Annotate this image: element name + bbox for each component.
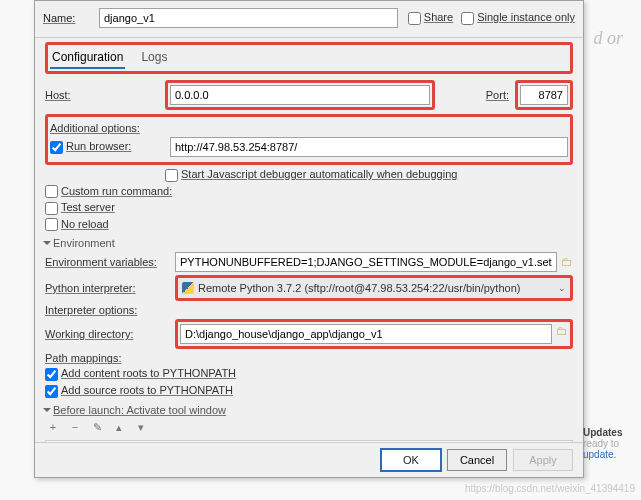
environment-section-title[interactable]: Environment: [45, 237, 573, 249]
single-instance-label[interactable]: Single instance only: [461, 11, 575, 25]
background-text: d or: [593, 28, 623, 49]
working-dir-label: Working directory:: [45, 328, 175, 340]
move-up-button[interactable]: ▴: [111, 420, 127, 436]
no-reload-checkbox[interactable]: [45, 218, 58, 231]
browse-icon[interactable]: 🗀: [561, 255, 573, 269]
share-checkbox-label[interactable]: Share: [408, 11, 453, 25]
chevron-down-icon[interactable]: ⌄: [558, 283, 566, 293]
js-debugger-checkbox[interactable]: [165, 169, 178, 182]
js-debugger-label[interactable]: Start Javascript debugger automatically …: [165, 168, 457, 182]
interpreter-select[interactable]: Remote Python 3.7.2 (sftp://root@47.98.5…: [198, 282, 558, 294]
port-label: Port:: [486, 89, 509, 101]
name-input[interactable]: [99, 8, 398, 28]
dialog-footer: OK Cancel Apply: [35, 442, 583, 477]
share-checkbox[interactable]: [408, 12, 421, 25]
add-content-roots-checkbox[interactable]: [45, 368, 58, 381]
working-dir-input[interactable]: [180, 324, 552, 344]
custom-run-checkbox[interactable]: [45, 185, 58, 198]
remove-task-button[interactable]: −: [67, 420, 83, 436]
run-browser-checkbox[interactable]: [50, 141, 63, 154]
add-content-roots-label[interactable]: Add content roots to PYTHONPATH: [45, 367, 236, 381]
ok-button[interactable]: OK: [381, 449, 441, 471]
path-mappings-label: Path mappings:: [45, 352, 175, 364]
tab-bar: Configuration Logs: [45, 42, 573, 74]
custom-run-label[interactable]: Custom run command:: [45, 185, 185, 199]
add-task-button[interactable]: +: [45, 420, 61, 436]
run-browser-label[interactable]: Run browser:: [50, 140, 170, 154]
test-server-checkbox[interactable]: [45, 202, 58, 215]
cancel-button[interactable]: Cancel: [447, 449, 507, 471]
port-input[interactable]: [520, 85, 568, 105]
edit-task-button[interactable]: ✎: [89, 420, 105, 436]
run-browser-input[interactable]: [170, 137, 568, 157]
host-input[interactable]: [170, 85, 430, 105]
test-server-label[interactable]: Test server: [45, 201, 115, 215]
env-vars-input[interactable]: [175, 252, 557, 272]
folder-icon[interactable]: 🗀: [556, 324, 568, 344]
interpreter-options-label: Interpreter options:: [45, 304, 175, 316]
updates-panel: Updates ready to update.: [583, 427, 635, 460]
name-label: Name:: [43, 12, 99, 24]
update-link[interactable]: update.: [583, 449, 616, 460]
add-source-roots-label[interactable]: Add source roots to PYTHONPATH: [45, 384, 233, 398]
dialog-content: Configuration Logs Host: Port: Additiona…: [35, 38, 583, 462]
before-launch-toolbar: + − ✎ ▴ ▾: [45, 420, 573, 436]
watermark: https://blog.csdn.net/weixin_41394419: [465, 483, 635, 494]
tab-configuration[interactable]: Configuration: [50, 47, 125, 69]
single-instance-checkbox[interactable]: [461, 12, 474, 25]
add-source-roots-checkbox[interactable]: [45, 385, 58, 398]
chevron-down-icon: [43, 241, 51, 245]
before-launch-title[interactable]: Before launch: Activate tool window: [45, 404, 573, 416]
additional-options-label: Additional options:: [50, 122, 170, 134]
host-label: Host:: [45, 89, 165, 101]
tab-logs[interactable]: Logs: [139, 47, 169, 69]
apply-button[interactable]: Apply: [513, 449, 573, 471]
chevron-down-icon: [43, 408, 51, 412]
interpreter-label: Python interpreter:: [45, 282, 175, 294]
no-reload-label[interactable]: No reload: [45, 218, 109, 232]
run-config-dialog: Name: Share Single instance only Configu…: [34, 0, 584, 478]
dialog-header: Name: Share Single instance only: [35, 1, 583, 38]
env-vars-label: Environment variables:: [45, 256, 175, 268]
python-icon: [182, 282, 194, 294]
move-down-button[interactable]: ▾: [133, 420, 149, 436]
